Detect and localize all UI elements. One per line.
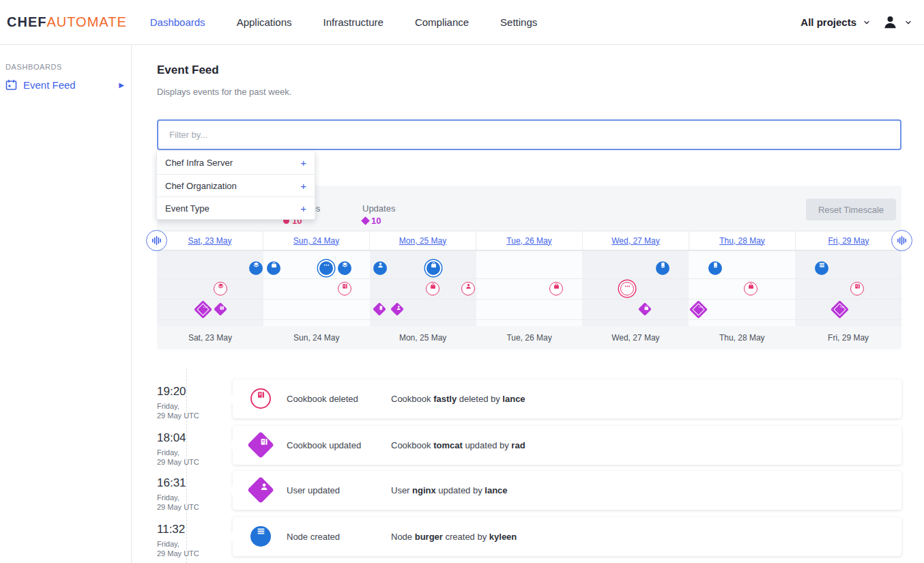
top-nav: CHEFAUTOMATE DashboardsApplicationsInfra… <box>0 0 924 45</box>
timeline-event-marker[interactable] <box>373 261 387 275</box>
axis-label: Thu, 28 May <box>689 326 795 349</box>
event-card[interactable]: Cookbook deletedCookbook fastly deleted … <box>233 379 901 418</box>
brand-chef: CHEF <box>7 14 46 29</box>
expand-plus-icon[interactable]: + <box>300 180 306 192</box>
list-create-icon <box>815 261 828 275</box>
timescale-scrubber-right[interactable] <box>891 230 912 251</box>
day-link-4[interactable]: Wed, 27 May <box>611 236 659 246</box>
timeline-event-marker[interactable] <box>338 261 351 275</box>
card-tail <box>228 485 239 496</box>
card-tail <box>228 394 239 405</box>
timeline-event-marker[interactable] <box>461 282 475 295</box>
timeline-event-marker[interactable] <box>815 261 828 275</box>
layers-delete-icon <box>214 282 227 295</box>
timeline-event-marker[interactable] <box>214 282 227 295</box>
nav-item-settings[interactable]: Settings <box>500 16 537 28</box>
timeline-event-marker[interactable] <box>214 302 227 316</box>
chef-automate-logo[interactable]: CHEFAUTOMATE <box>7 14 127 30</box>
day-link-1[interactable]: Sun, 24 May <box>293 236 339 246</box>
expand-arrow-icon[interactable]: ▶ <box>119 81 124 89</box>
timeline-event-marker[interactable] <box>267 261 280 275</box>
list-create-icon <box>250 526 271 547</box>
ellipsis-update-icon <box>831 300 849 319</box>
expand-plus-icon[interactable]: + <box>300 157 306 169</box>
timeline-event-marker[interactable] <box>708 261 722 275</box>
timeline-event-marker[interactable] <box>689 300 708 319</box>
sidebar-heading: DASHBOARDS <box>5 63 131 71</box>
day-header-cell: Sun, 24 May <box>263 231 369 250</box>
event-card[interactable]: Cookbook updatedCookbook tomcat updated … <box>233 426 901 465</box>
ellipsis-create-icon <box>319 261 333 275</box>
page-subtitle: Displays events for the past week. <box>157 87 291 97</box>
filter-category-event-type[interactable]: Event Type+ <box>157 197 315 219</box>
timescale-scrubber-left[interactable] <box>146 230 167 251</box>
timeline-event-marker[interactable] <box>338 282 351 295</box>
nav-item-dashboards[interactable]: Dashboards <box>150 16 205 28</box>
nav-item-infrastructure[interactable]: Infrastructure <box>323 16 384 28</box>
expand-plus-icon[interactable]: + <box>300 203 306 214</box>
day-link-6[interactable]: Fri, 29 May <box>828 236 869 246</box>
nav-item-compliance[interactable]: Compliance <box>415 16 469 28</box>
gridline <box>157 250 901 251</box>
reset-timescale-button[interactable]: Reset Timescale <box>806 199 896 220</box>
timeline-event-marker[interactable] <box>194 300 212 319</box>
event-time: 19:20 <box>157 385 225 399</box>
calendar-icon <box>5 79 17 91</box>
sidebar: DASHBOARDS Event Feed ▶ <box>0 45 132 563</box>
timeline-event-marker[interactable] <box>831 300 849 319</box>
updates-label: Updates <box>362 203 395 214</box>
timeline-event-marker[interactable] <box>656 261 669 275</box>
filter-category-chef-organization[interactable]: Chef Organization+ <box>157 174 315 197</box>
sidebar-item-label: Event Feed <box>23 79 76 91</box>
timeline-event-marker[interactable] <box>390 302 404 316</box>
event-time: 11:32 <box>157 523 225 536</box>
user-avatar-icon[interactable] <box>882 14 898 30</box>
book-update-icon <box>214 302 227 316</box>
axis-label: Wed, 27 May <box>582 326 689 349</box>
day-header-cell: Thu, 28 May <box>689 231 795 250</box>
axis-label: Sat, 23 May <box>157 326 263 349</box>
day-link-2[interactable]: Mon, 25 May <box>399 236 446 246</box>
event-row: 16:31Friday,29 May UTCUser updatedUser n… <box>157 471 901 510</box>
day-link-5[interactable]: Thu, 28 May <box>719 236 765 246</box>
nav-item-applications[interactable]: Applications <box>237 16 292 28</box>
updates-marker-icon <box>361 216 370 225</box>
timeline-event-marker[interactable] <box>744 282 757 295</box>
event-card[interactable]: User updatedUser nginx updated by lance <box>233 471 901 510</box>
event-date: Friday,29 May UTC <box>157 448 225 467</box>
layers-create-icon <box>338 261 351 275</box>
event-card[interactable]: Node createdNode burger created by kylee… <box>233 517 901 556</box>
filter-dropdown: Chef Infra Server+Chef Organization+Even… <box>156 151 315 220</box>
filter-category-chef-infra-server[interactable]: Chef Infra Server+ <box>157 151 315 174</box>
timeline-event-marker[interactable] <box>427 261 440 275</box>
axis-label: Tue, 26 May <box>476 326 583 349</box>
bag-delete-icon <box>426 282 439 295</box>
bag-create-icon <box>427 261 440 275</box>
day-link-3[interactable]: Tue, 26 May <box>506 236 551 246</box>
timeline-event-marker[interactable] <box>638 302 652 316</box>
timeline-event-marker[interactable] <box>319 261 333 275</box>
updates-stat: Updates 10 <box>362 203 395 226</box>
projects-filter-button[interactable]: All projects <box>800 16 856 28</box>
person-update-icon <box>247 476 274 504</box>
timeline-event-marker[interactable] <box>249 261 263 275</box>
timeline-event-marker[interactable] <box>426 282 439 295</box>
nav-right: All projects <box>800 14 912 30</box>
sidebar-item-event-feed[interactable]: Event Feed ▶ <box>5 79 131 91</box>
event-feed-list: 19:20Friday,29 May UTCCookbook deletedCo… <box>157 369 901 563</box>
gridline <box>157 319 901 320</box>
chevron-down-icon[interactable] <box>863 19 870 26</box>
axis-label: Sun, 24 May <box>263 326 370 349</box>
day-link-0[interactable]: Sat, 23 May <box>188 236 231 246</box>
timeline-axis-labels: Sat, 23 MaySun, 24 MayMon, 25 MayTue, 26… <box>157 326 901 349</box>
timeline-event-marker[interactable] <box>850 282 864 295</box>
book-update-icon <box>247 431 274 459</box>
filter-input[interactable] <box>157 119 901 150</box>
event-time: 18:04 <box>157 431 225 445</box>
person-update-icon <box>390 302 404 316</box>
timeline-event-marker[interactable] <box>373 302 386 316</box>
chevron-down-icon[interactable] <box>905 19 912 26</box>
timeline-event-marker[interactable] <box>549 282 563 295</box>
timeline-event-marker[interactable] <box>620 282 634 295</box>
day-header-cell: Mon, 25 May <box>369 231 476 250</box>
